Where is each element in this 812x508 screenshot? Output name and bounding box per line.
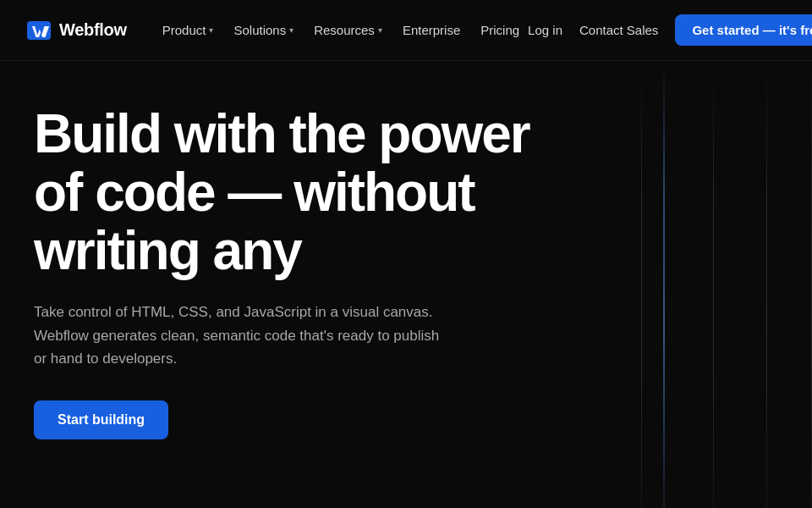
bg-line-1 [641,61,642,508]
nav-item-product[interactable]: Product ▾ [154,16,222,44]
chevron-down-icon: ▾ [378,25,382,35]
nav-item-pricing[interactable]: Pricing [472,16,528,44]
nav-item-solutions[interactable]: Solutions ▾ [225,16,302,44]
hero-headline: Build with the power of code — without w… [34,105,558,280]
logo[interactable]: Webflow [27,20,127,40]
chevron-down-icon: ▾ [209,25,213,35]
contact-sales-link[interactable]: Contact Sales [579,23,658,37]
bg-line-3 [766,61,767,508]
hero-section: Build with the power of code — without w… [0,61,812,508]
start-building-button[interactable]: Start building [34,400,168,439]
get-started-button[interactable]: Get started — it's free [675,14,812,46]
navbar: Webflow Product ▾ Solutions ▾ Resources … [0,0,812,61]
logo-text: Webflow [59,20,127,40]
nav-item-enterprise[interactable]: Enterprise [394,16,469,44]
login-link[interactable]: Log in [528,23,562,37]
webflow-logo-icon [27,21,51,40]
bg-line-blue [663,61,665,508]
nav-left: Webflow Product ▾ Solutions ▾ Resources … [27,16,528,44]
bg-line-2 [713,61,714,508]
nav-right: Log in Contact Sales Get started — it's … [528,14,812,46]
nav-links: Product ▾ Solutions ▾ Resources ▾ Enterp… [154,16,528,44]
chevron-down-icon: ▾ [289,25,294,35]
hero-subtext: Take control of HTML, CSS, and JavaScrip… [34,301,448,370]
nav-item-resources[interactable]: Resources ▾ [305,16,391,44]
hero-content: Build with the power of code — without w… [34,105,558,439]
